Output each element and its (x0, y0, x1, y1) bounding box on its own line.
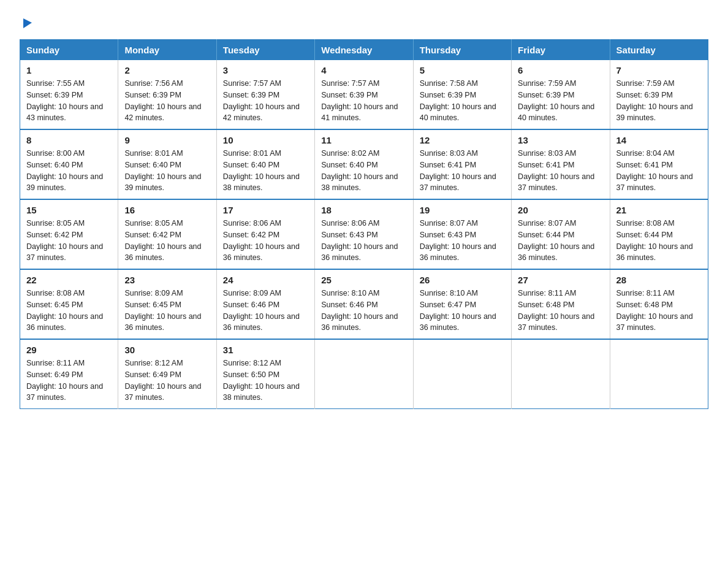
day-number: 3 (223, 65, 308, 75)
day-number: 11 (321, 135, 406, 145)
day-info: Sunrise: 8:12 AMSunset: 6:50 PMDaylight:… (223, 359, 300, 402)
calendar-cell: 26 Sunrise: 8:10 AMSunset: 6:47 PMDaylig… (413, 269, 511, 339)
calendar-cell (512, 339, 610, 409)
calendar-cell: 17 Sunrise: 8:06 AMSunset: 6:42 PMDaylig… (216, 199, 314, 269)
calendar-cell: 23 Sunrise: 8:09 AMSunset: 6:45 PMDaylig… (118, 269, 216, 339)
calendar-cell: 21 Sunrise: 8:08 AMSunset: 6:44 PMDaylig… (610, 199, 708, 269)
calendar-week-5: 29 Sunrise: 8:11 AMSunset: 6:49 PMDaylig… (20, 339, 708, 409)
weekday-header-wednesday: Wednesday (315, 40, 413, 61)
day-number: 27 (518, 275, 603, 285)
calendar-cell: 18 Sunrise: 8:06 AMSunset: 6:43 PMDaylig… (315, 199, 413, 269)
day-number: 24 (223, 275, 308, 285)
day-info: Sunrise: 8:07 AMSunset: 6:43 PMDaylight:… (420, 219, 496, 262)
day-number: 2 (124, 65, 210, 75)
day-number: 12 (420, 135, 505, 145)
day-number: 28 (616, 275, 702, 285)
calendar-cell: 9 Sunrise: 8:01 AMSunset: 6:40 PMDayligh… (118, 129, 216, 199)
day-info: Sunrise: 8:05 AMSunset: 6:42 PMDaylight:… (26, 219, 103, 262)
calendar-cell: 24 Sunrise: 8:09 AMSunset: 6:46 PMDaylig… (216, 269, 314, 339)
weekday-header-sunday: Sunday (20, 40, 118, 61)
day-number: 17 (223, 205, 308, 215)
day-info: Sunrise: 8:11 AMSunset: 6:48 PMDaylight:… (518, 289, 594, 332)
day-number: 19 (420, 205, 505, 215)
calendar-cell: 7 Sunrise: 7:59 AMSunset: 6:39 PMDayligh… (610, 60, 708, 129)
day-number: 5 (420, 65, 505, 75)
day-info: Sunrise: 8:02 AMSunset: 6:40 PMDaylight:… (321, 149, 398, 192)
day-info: Sunrise: 8:03 AMSunset: 6:41 PMDaylight:… (518, 149, 594, 192)
calendar-cell: 12 Sunrise: 8:03 AMSunset: 6:41 PMDaylig… (413, 129, 511, 199)
day-info: Sunrise: 8:01 AMSunset: 6:40 PMDaylight:… (223, 149, 300, 192)
calendar-cell (315, 339, 413, 409)
weekday-header-monday: Monday (118, 40, 216, 61)
calendar-cell: 5 Sunrise: 7:58 AMSunset: 6:39 PMDayligh… (413, 60, 511, 129)
calendar-table: SundayMondayTuesdayWednesdayThursdayFrid… (20, 39, 708, 409)
day-number: 7 (616, 65, 702, 75)
day-info: Sunrise: 8:10 AMSunset: 6:47 PMDaylight:… (420, 289, 496, 332)
calendar-cell: 25 Sunrise: 8:10 AMSunset: 6:46 PMDaylig… (315, 269, 413, 339)
calendar-cell: 30 Sunrise: 8:12 AMSunset: 6:49 PMDaylig… (118, 339, 216, 409)
calendar-cell: 8 Sunrise: 8:00 AMSunset: 6:40 PMDayligh… (20, 129, 118, 199)
day-info: Sunrise: 7:57 AMSunset: 6:39 PMDaylight:… (321, 79, 398, 122)
calendar-cell: 4 Sunrise: 7:57 AMSunset: 6:39 PMDayligh… (315, 60, 413, 129)
day-number: 13 (518, 135, 603, 145)
calendar-cell: 14 Sunrise: 8:04 AMSunset: 6:41 PMDaylig… (610, 129, 708, 199)
day-info: Sunrise: 8:09 AMSunset: 6:46 PMDaylight:… (223, 289, 300, 332)
day-info: Sunrise: 8:10 AMSunset: 6:46 PMDaylight:… (321, 289, 398, 332)
calendar-cell (413, 339, 511, 409)
calendar-cell: 28 Sunrise: 8:11 AMSunset: 6:48 PMDaylig… (610, 269, 708, 339)
calendar-cell: 22 Sunrise: 8:08 AMSunset: 6:45 PMDaylig… (20, 269, 118, 339)
day-info: Sunrise: 7:59 AMSunset: 6:39 PMDaylight:… (518, 79, 594, 122)
calendar-week-1: 1 Sunrise: 7:55 AMSunset: 6:39 PMDayligh… (20, 60, 708, 129)
calendar-cell: 3 Sunrise: 7:57 AMSunset: 6:39 PMDayligh… (216, 60, 314, 129)
calendar-week-2: 8 Sunrise: 8:00 AMSunset: 6:40 PMDayligh… (20, 129, 708, 199)
day-number: 15 (26, 205, 112, 215)
day-info: Sunrise: 7:56 AMSunset: 6:39 PMDaylight:… (124, 79, 201, 122)
calendar-cell: 19 Sunrise: 8:07 AMSunset: 6:43 PMDaylig… (413, 199, 511, 269)
day-number: 8 (26, 135, 112, 145)
calendar-cell: 2 Sunrise: 7:56 AMSunset: 6:39 PMDayligh… (118, 60, 216, 129)
day-info: Sunrise: 8:08 AMSunset: 6:45 PMDaylight:… (26, 289, 103, 332)
day-info: Sunrise: 8:05 AMSunset: 6:42 PMDaylight:… (124, 219, 201, 262)
calendar-cell: 29 Sunrise: 8:11 AMSunset: 6:49 PMDaylig… (20, 339, 118, 409)
day-number: 29 (26, 345, 112, 355)
calendar-header: SundayMondayTuesdayWednesdayThursdayFrid… (20, 40, 708, 61)
day-info: Sunrise: 8:11 AMSunset: 6:48 PMDaylight:… (616, 289, 693, 332)
day-number: 1 (26, 65, 112, 75)
day-info: Sunrise: 7:58 AMSunset: 6:39 PMDaylight:… (420, 79, 496, 122)
day-info: Sunrise: 8:06 AMSunset: 6:42 PMDaylight:… (223, 219, 300, 262)
calendar-cell: 1 Sunrise: 7:55 AMSunset: 6:39 PMDayligh… (20, 60, 118, 129)
day-info: Sunrise: 8:00 AMSunset: 6:40 PMDaylight:… (26, 149, 103, 192)
calendar-cell: 16 Sunrise: 8:05 AMSunset: 6:42 PMDaylig… (118, 199, 216, 269)
weekday-header-thursday: Thursday (413, 40, 511, 61)
day-number: 23 (124, 275, 210, 285)
day-info: Sunrise: 8:06 AMSunset: 6:43 PMDaylight:… (321, 219, 398, 262)
day-number: 20 (518, 205, 603, 215)
day-number: 4 (321, 65, 406, 75)
svg-marker-0 (23, 18, 32, 28)
weekday-header-friday: Friday (512, 40, 610, 61)
day-number: 21 (616, 205, 702, 215)
calendar-week-4: 22 Sunrise: 8:08 AMSunset: 6:45 PMDaylig… (20, 269, 708, 339)
day-info: Sunrise: 8:08 AMSunset: 6:44 PMDaylight:… (616, 219, 693, 262)
day-info: Sunrise: 8:12 AMSunset: 6:49 PMDaylight:… (124, 359, 201, 402)
weekday-header-saturday: Saturday (610, 40, 708, 61)
calendar-cell (610, 339, 708, 409)
calendar-cell: 11 Sunrise: 8:02 AMSunset: 6:40 PMDaylig… (315, 129, 413, 199)
day-info: Sunrise: 7:55 AMSunset: 6:39 PMDaylight:… (26, 79, 103, 122)
day-number: 18 (321, 205, 406, 215)
day-number: 30 (124, 345, 210, 355)
calendar-cell: 27 Sunrise: 8:11 AMSunset: 6:48 PMDaylig… (512, 269, 610, 339)
day-number: 26 (420, 275, 505, 285)
day-number: 6 (518, 65, 603, 75)
day-number: 25 (321, 275, 406, 285)
day-number: 22 (26, 275, 112, 285)
day-info: Sunrise: 8:04 AMSunset: 6:41 PMDaylight:… (616, 149, 693, 192)
calendar-cell: 20 Sunrise: 8:07 AMSunset: 6:44 PMDaylig… (512, 199, 610, 269)
day-info: Sunrise: 7:57 AMSunset: 6:39 PMDaylight:… (223, 79, 300, 122)
calendar-body: 1 Sunrise: 7:55 AMSunset: 6:39 PMDayligh… (20, 60, 708, 409)
logo-arrow-icon (21, 16, 34, 29)
day-number: 16 (124, 205, 210, 215)
calendar-cell: 13 Sunrise: 8:03 AMSunset: 6:41 PMDaylig… (512, 129, 610, 199)
day-info: Sunrise: 7:59 AMSunset: 6:39 PMDaylight:… (616, 79, 693, 122)
day-number: 10 (223, 135, 308, 145)
